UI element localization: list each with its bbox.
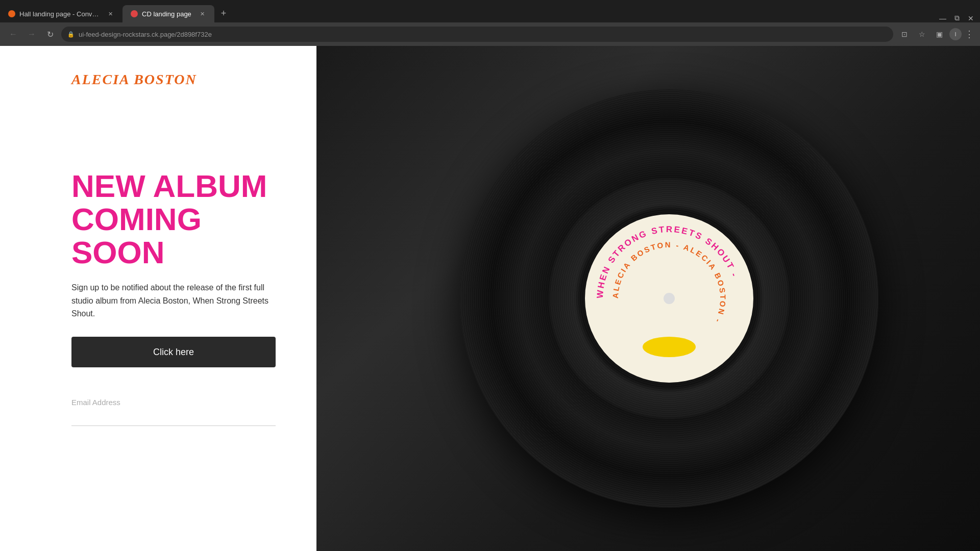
tab-title-2: CD landing page: [142, 10, 194, 18]
profile-icon[interactable]: I: [949, 28, 962, 40]
bookmark-icon[interactable]: ☆: [915, 27, 929, 41]
tab-title-1: Hall landing page - ConvertKit: [19, 10, 102, 18]
left-panel: ALECIA BOSTON NEW ALBUM COMING SOON Sign…: [0, 46, 316, 551]
tab-1[interactable]: Hall landing page - ConvertKit ✕: [0, 5, 122, 22]
split-screen-icon[interactable]: ▣: [932, 27, 946, 41]
address-bar[interactable]: 🔒 ui-feed-design-rockstars.ck.page/2d898…: [61, 27, 893, 42]
toolbar: ← → ↻ 🔒 ui-feed-design-rockstars.ck.page…: [0, 22, 980, 46]
menu-icon[interactable]: ⋮: [965, 29, 974, 40]
url-text: ui-feed-design-rockstars.ck.page/2d898f7…: [79, 31, 887, 38]
new-tab-button[interactable]: +: [216, 6, 231, 20]
window-controls: — ⧉ ✕: [939, 14, 980, 22]
page-content: ALECIA BOSTON NEW ALBUM COMING SOON Sign…: [0, 46, 980, 551]
vinyl-record: WHEN STRONG STREETS SHOUT - ALECIA BOSTO…: [460, 89, 878, 508]
headline-line1: NEW ALBUM: [71, 168, 267, 204]
headline-line2: COMING SOON: [71, 202, 202, 270]
tab-favicon-2: [131, 10, 138, 17]
lock-icon: 🔒: [67, 31, 75, 38]
browser-chrome: Hall landing page - ConvertKit ✕ CD land…: [0, 0, 980, 46]
email-input[interactable]: [71, 411, 276, 426]
maximize-button[interactable]: ⧉: [954, 14, 960, 22]
forward-button[interactable]: →: [24, 27, 39, 41]
email-label: Email Address: [71, 398, 286, 407]
minimize-button[interactable]: —: [939, 14, 946, 22]
svg-point-2: [643, 337, 696, 357]
back-button[interactable]: ←: [6, 27, 20, 41]
click-here-button[interactable]: Click here: [71, 337, 276, 367]
email-section: Email Address: [71, 398, 286, 426]
description-text: Sign up to be notified about the release…: [71, 281, 276, 320]
tab-close-2[interactable]: ✕: [198, 10, 206, 18]
toolbar-actions: ⊡ ☆ ▣ I ⋮: [897, 27, 974, 41]
svg-text:ALECIA BOSTON - ALECIA BOSTON : ALECIA BOSTON - ALECIA BOSTON -: [611, 240, 727, 325]
refresh-button[interactable]: ↻: [43, 27, 57, 41]
vinyl-container: WHEN STRONG STREETS SHOUT - ALECIA BOSTO…: [460, 89, 878, 508]
cast-icon[interactable]: ⊡: [897, 27, 912, 41]
svg-point-3: [664, 293, 675, 304]
headline: NEW ALBUM COMING SOON: [71, 169, 286, 269]
tab-2[interactable]: CD landing page ✕: [122, 5, 214, 22]
close-window-button[interactable]: ✕: [968, 14, 974, 22]
vinyl-label: WHEN STRONG STREETS SHOUT - ALECIA BOSTO…: [585, 214, 753, 383]
right-panel: WHEN STRONG STREETS SHOUT - ALECIA BOSTO…: [316, 46, 980, 551]
tab-favicon-1: [8, 10, 15, 17]
brand-name: ALECIA BOSTON: [71, 71, 286, 88]
tab-close-1[interactable]: ✕: [106, 10, 114, 18]
vinyl-label-svg: WHEN STRONG STREETS SHOUT - ALECIA BOSTO…: [585, 214, 753, 383]
